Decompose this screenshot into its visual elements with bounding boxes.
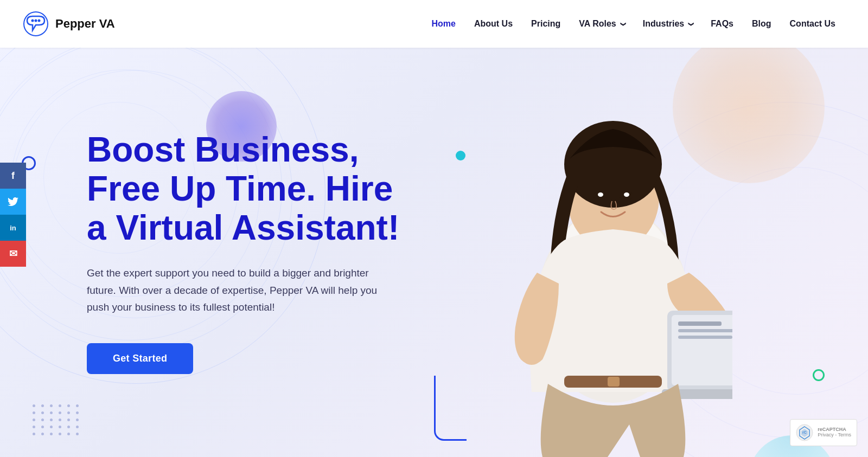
svg-rect-1	[24, 12, 48, 36]
nav-item-home[interactable]: Home	[431, 19, 455, 29]
nav-item-faqs[interactable]: FAQs	[711, 19, 733, 29]
social-email-button[interactable]: ✉	[0, 241, 26, 267]
recaptcha-subtext: Privacy - Terms	[818, 432, 851, 439]
recaptcha-badge[interactable]: rC reCAPTCHA Privacy - Terms	[790, 419, 857, 446]
svg-rect-18	[678, 329, 732, 332]
hero-section: Boost Business, Free Up Time. Hire a Vir…	[0, 48, 868, 457]
ring-green	[813, 369, 825, 381]
svg-point-4	[38, 20, 41, 22]
nav-link-contact[interactable]: Contact Us	[790, 19, 835, 28]
nav-link-industries[interactable]: Industries ❮	[643, 19, 692, 29]
nav-item-blog[interactable]: Blog	[752, 19, 771, 29]
social-linkedin-button[interactable]: in	[0, 215, 26, 241]
hero-title-line1: Boost Business,	[87, 130, 359, 169]
nav-item-contact[interactable]: Contact Us	[790, 19, 835, 29]
dot-grid	[33, 404, 80, 435]
nav-item-pricing[interactable]: Pricing	[531, 19, 560, 29]
svg-point-12	[598, 192, 603, 197]
recaptcha-icon: rC	[796, 424, 813, 441]
brand-name: Pepper VA	[55, 17, 115, 31]
social-facebook-button[interactable]: f	[0, 163, 26, 189]
logo-icon	[22, 10, 50, 38]
logo[interactable]: Pepper VA	[22, 10, 115, 38]
nav-item-about[interactable]: About Us	[474, 19, 513, 29]
hero-image	[477, 67, 749, 457]
bracket-arc	[434, 376, 467, 441]
svg-point-2	[31, 20, 34, 22]
hero-title-line3: a Virtual Assistant!	[87, 208, 399, 247]
nav-link-blog[interactable]: Blog	[752, 19, 771, 28]
person-svg	[494, 78, 732, 457]
nav-links: Home About Us Pricing VA Roles ❮ Industr…	[431, 19, 835, 29]
hero-title: Boost Business, Free Up Time. Hire a Vir…	[87, 131, 399, 247]
nav-link-va-roles[interactable]: VA Roles ❮	[579, 19, 624, 29]
nav-link-home[interactable]: Home	[431, 19, 455, 28]
nav-item-industries[interactable]: Industries ❮	[643, 19, 692, 29]
svg-point-3	[35, 20, 37, 22]
nav-link-about[interactable]: About Us	[474, 19, 513, 28]
chevron-down-icon: ❮	[619, 22, 625, 26]
chevron-down-icon-2: ❮	[687, 22, 693, 26]
nav-link-pricing[interactable]: Pricing	[531, 19, 560, 28]
hero-content: Boost Business, Free Up Time. Hire a Vir…	[0, 131, 399, 374]
svg-rect-19	[678, 336, 732, 339]
svg-point-13	[624, 192, 629, 197]
nav-item-va-roles[interactable]: VA Roles ❮	[579, 19, 624, 29]
hero-title-line2: Free Up Time. Hire	[87, 169, 393, 208]
svg-rect-21	[608, 377, 620, 387]
hero-subtitle: Get the expert support you need to build…	[87, 265, 391, 316]
twitter-icon	[8, 197, 18, 206]
social-twitter-button[interactable]	[0, 189, 26, 215]
get-started-button[interactable]: Get Started	[87, 343, 193, 374]
social-sidebar: f in ✉	[0, 163, 26, 267]
svg-text:rC: rC	[802, 430, 807, 434]
recaptcha-text: reCAPTCHA Privacy - Terms	[818, 427, 851, 439]
svg-rect-17	[678, 321, 722, 326]
navbar: Pepper VA Home About Us Pricing VA Roles…	[0, 0, 868, 48]
nav-link-faqs[interactable]: FAQs	[711, 19, 733, 28]
dot-teal	[456, 151, 465, 160]
